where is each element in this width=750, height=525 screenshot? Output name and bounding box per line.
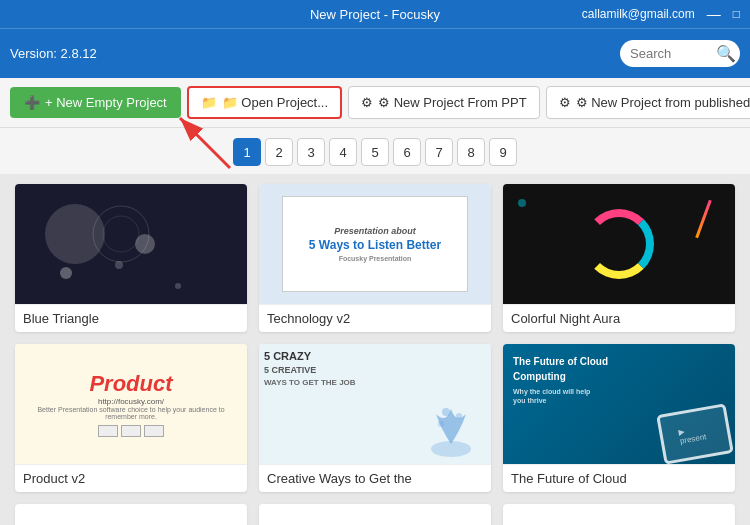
svg-point-6 <box>438 421 444 427</box>
cloud-line1: The Future of Cloud <box>513 354 608 369</box>
menu-bar: Version: 2.8.12 🔍 <box>0 28 750 78</box>
water-splash-icon <box>421 394 481 464</box>
crazy-line2: 5 CREATIVE <box>264 364 356 377</box>
product-box-1 <box>98 425 118 437</box>
colorful-dot <box>518 199 526 207</box>
cloud-line2: Computing <box>513 369 608 384</box>
gear-icon-pub: ⚙ <box>559 95 571 110</box>
title-bar: New Project - Focusky callamilk@gmail.co… <box>0 0 750 28</box>
card-creative-ways[interactable]: 5 CRAZY 5 CREATIVE WAYS TO GET THE JOB C… <box>259 344 491 492</box>
page-1-button[interactable]: 1 <box>233 138 261 166</box>
product-sub: Better Presentation software choice to h… <box>15 406 247 420</box>
svg-point-1 <box>93 206 149 262</box>
search-box[interactable]: 🔍 <box>620 40 740 67</box>
bottom-partial-row <box>15 504 735 525</box>
colorful-line <box>695 200 711 239</box>
search-icon: 🔍 <box>716 44 736 63</box>
card-thumb-blue-triangle <box>15 184 247 304</box>
maximize-button[interactable]: □ <box>733 7 740 21</box>
card-label-blue-triangle: Blue Triangle <box>15 304 247 332</box>
partial-card-3[interactable] <box>503 504 735 525</box>
app-title: New Project - Focusky <box>253 7 496 22</box>
tech-title-inner: 5 Ways to Listen Better <box>309 238 441 252</box>
svg-point-5 <box>456 413 462 419</box>
page-8-button[interactable]: 8 <box>457 138 485 166</box>
new-empty-label: + New Empty Project <box>45 95 167 110</box>
new-from-published-button[interactable]: ⚙ ⚙ New Project from published files <box>546 86 750 119</box>
product-title: Product <box>89 371 172 397</box>
product-box-2 <box>121 425 141 437</box>
page-5-button[interactable]: 5 <box>361 138 389 166</box>
cloud-sub: Why the cloud will help you thrive <box>513 387 593 405</box>
creative-text: 5 CRAZY 5 CREATIVE WAYS TO GET THE JOB <box>264 349 356 388</box>
pagination: 1 2 3 4 5 6 7 8 9 <box>0 128 750 174</box>
page-6-button[interactable]: 6 <box>393 138 421 166</box>
card-label-cloud: The Future of Cloud <box>503 464 735 492</box>
product-boxes <box>98 425 164 437</box>
card-thumb-colorful <box>503 184 735 304</box>
product-box-3 <box>144 425 164 437</box>
folder-icon: 📁 <box>201 95 217 110</box>
card-thumb-cloud: The Future of Cloud Computing Why the cl… <box>503 344 735 464</box>
search-input[interactable] <box>630 46 710 61</box>
page-7-button[interactable]: 7 <box>425 138 453 166</box>
plus-icon: ➕ <box>24 95 40 110</box>
product-url: http://focusky.com/ <box>98 397 164 406</box>
card-label-colorful: Colorful Night Aura <box>503 304 735 332</box>
card-thumb-product: Product http://focusky.com/ Better Prese… <box>15 344 247 464</box>
tech-footer: Focusky Presentation <box>339 255 412 262</box>
card-thumb-technology: Presentation about 5 Ways to Listen Bett… <box>259 184 491 304</box>
tech-subtitle: Presentation about <box>334 226 416 236</box>
svg-point-4 <box>442 408 450 416</box>
open-project-button[interactable]: 📁 📁 Open Project... <box>187 86 342 119</box>
card-product-v2[interactable]: Product http://focusky.com/ Better Prese… <box>15 344 247 492</box>
svg-point-2 <box>103 216 139 252</box>
card-label-technology: Technology v2 <box>259 304 491 332</box>
new-from-ppt-button[interactable]: ⚙ ⚙ New Project From PPT <box>348 86 540 119</box>
content-area: Blue Triangle Presentation about 5 Ways … <box>0 174 750 525</box>
card-thumb-creative: 5 CRAZY 5 CREATIVE WAYS TO GET THE JOB <box>259 344 491 464</box>
card-blue-triangle[interactable]: Blue Triangle <box>15 184 247 332</box>
card-technology-v2[interactable]: Presentation about 5 Ways to Listen Bett… <box>259 184 491 332</box>
new-empty-project-button[interactable]: ➕ + New Empty Project <box>10 87 181 118</box>
page-3-button[interactable]: 3 <box>297 138 325 166</box>
toolbar: ➕ + New Empty Project 📁 📁 Open Project..… <box>0 78 750 128</box>
tech-inner: Presentation about 5 Ways to Listen Bett… <box>282 196 468 292</box>
page-2-button[interactable]: 2 <box>265 138 293 166</box>
minimize-button[interactable]: — <box>707 6 721 22</box>
card-label-product: Product v2 <box>15 464 247 492</box>
new-from-ppt-label: ⚙ New Project From PPT <box>378 95 527 110</box>
page-4-button[interactable]: 4 <box>329 138 357 166</box>
crazy-line1: 5 CRAZY <box>264 349 356 364</box>
card-colorful-night[interactable]: Colorful Night Aura <box>503 184 735 332</box>
partial-card-2[interactable] <box>259 504 491 525</box>
cloud-text: The Future of Cloud Computing Why the cl… <box>513 354 608 405</box>
card-future-cloud[interactable]: The Future of Cloud Computing Why the cl… <box>503 344 735 492</box>
card-label-creative: Creative Ways to Get the <box>259 464 491 492</box>
gear-icon-ppt: ⚙ <box>361 95 373 110</box>
open-project-label: 📁 Open Project... <box>222 95 328 110</box>
colorful-ring <box>584 209 654 279</box>
user-email: callamilk@gmail.com <box>582 7 695 21</box>
page-9-button[interactable]: 9 <box>489 138 517 166</box>
tablet-shape: ▶ present <box>656 403 734 464</box>
partial-card-1[interactable] <box>15 504 247 525</box>
tablet-label: ▶ present <box>678 422 713 445</box>
version-label: Version: 2.8.12 <box>10 46 97 61</box>
new-from-published-label: ⚙ New Project from published files <box>576 95 750 110</box>
crazy-line3: WAYS TO GET THE JOB <box>264 377 356 388</box>
template-grid: Blue Triangle Presentation about 5 Ways … <box>15 184 735 492</box>
